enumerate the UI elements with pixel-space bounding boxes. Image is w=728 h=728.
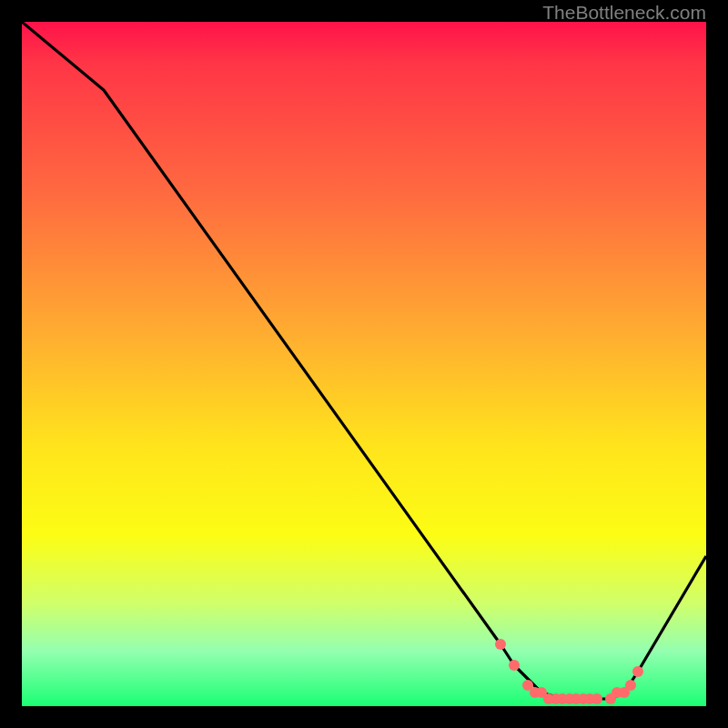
marker-dot xyxy=(632,666,643,677)
plot-area xyxy=(22,22,706,706)
chart-container: TheBottleneck.com xyxy=(0,0,728,728)
marker-dot xyxy=(592,693,602,704)
chart-svg xyxy=(22,22,706,706)
marker-dot xyxy=(625,680,636,691)
marker-group xyxy=(495,639,643,704)
attribution-label: TheBottleneck.com xyxy=(542,2,706,24)
marker-dot xyxy=(495,639,506,650)
marker-dot xyxy=(509,660,520,671)
bottleneck-curve xyxy=(22,22,706,699)
